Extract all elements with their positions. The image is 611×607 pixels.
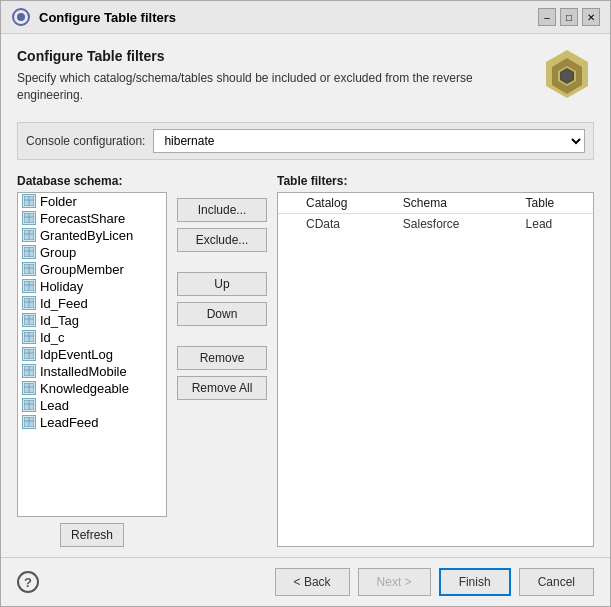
db-schema-label: Database schema: (17, 174, 167, 188)
footer-left: ? (17, 571, 39, 593)
footer: ? < Back Next > Finish Cancel (1, 557, 610, 606)
filters-table: Catalog Schema Table CData Salesforce Le… (278, 193, 593, 234)
list-item-label: Lead (40, 398, 69, 413)
filters-header-row: Catalog Schema Table (278, 193, 593, 214)
col-table: Table (518, 193, 593, 214)
logo (540, 48, 594, 105)
list-item[interactable]: LeadFeed (18, 414, 166, 431)
list-item[interactable]: Folder (18, 193, 166, 210)
main-panels: Database schema: Folder ForecastShare (17, 174, 594, 547)
row-schema: Salesforce (395, 213, 518, 234)
remove-all-button[interactable]: Remove All (177, 376, 267, 400)
list-item[interactable]: Group (18, 244, 166, 261)
list-item[interactable]: Lead (18, 397, 166, 414)
maximize-button[interactable]: □ (560, 8, 578, 26)
table-icon (22, 330, 36, 344)
table-icon (22, 194, 36, 208)
table-filters-box[interactable]: Catalog Schema Table CData Salesforce Le… (277, 192, 594, 547)
include-button[interactable]: Include... (177, 198, 267, 222)
list-item[interactable]: GrantedByLicen (18, 227, 166, 244)
list-item[interactable]: Knowledgeable (18, 380, 166, 397)
list-item-label: Group (40, 245, 76, 260)
list-item[interactable]: ForecastShare (18, 210, 166, 227)
list-item[interactable]: Id_Feed (18, 295, 166, 312)
list-item[interactable]: Id_Tag (18, 312, 166, 329)
left-panel: Database schema: Folder ForecastShare (17, 174, 167, 547)
next-button[interactable]: Next > (358, 568, 431, 596)
table-row[interactable]: CData Salesforce Lead (278, 213, 593, 234)
middle-buttons: Include... Exclude... Up Down Remove Rem… (177, 174, 267, 547)
back-button[interactable]: < Back (275, 568, 350, 596)
list-item-label: Knowledgeable (40, 381, 129, 396)
footer-right: < Back Next > Finish Cancel (275, 568, 594, 596)
svg-point-1 (17, 13, 25, 21)
console-select-wrapper[interactable]: hibernate (153, 129, 585, 153)
close-button[interactable]: ✕ (582, 8, 600, 26)
app-icon (11, 7, 31, 27)
row-catalog: CData (298, 213, 395, 234)
refresh-button[interactable]: Refresh (60, 523, 124, 547)
table-icon (22, 228, 36, 242)
list-item[interactable]: InstalledMobile (18, 363, 166, 380)
page-description: Specify which catalog/schema/tables shou… (17, 70, 530, 104)
table-icon (22, 211, 36, 225)
table-icon (22, 262, 36, 276)
col-catalog: Catalog (298, 193, 395, 214)
right-panel: Table filters: Catalog Schema Table (277, 174, 594, 547)
console-label: Console configuration: (26, 134, 145, 148)
table-icon (22, 245, 36, 259)
minimize-button[interactable]: – (538, 8, 556, 26)
list-item-label: InstalledMobile (40, 364, 127, 379)
help-button[interactable]: ? (17, 571, 39, 593)
table-icon (22, 398, 36, 412)
list-item-label: Id_Tag (40, 313, 79, 328)
list-item-label: Holiday (40, 279, 83, 294)
list-item-label: GrantedByLicen (40, 228, 133, 243)
title-controls: – □ ✕ (538, 8, 600, 26)
list-item-label: Id_c (40, 330, 65, 345)
finish-button[interactable]: Finish (439, 568, 511, 596)
list-item-label: IdpEventLog (40, 347, 113, 362)
list-item[interactable]: IdpEventLog (18, 346, 166, 363)
row-excl (278, 213, 298, 234)
list-item-label: Id_Feed (40, 296, 88, 311)
title-bar: Configure Table filters – □ ✕ (1, 1, 610, 34)
dialog-title: Configure Table filters (39, 10, 176, 25)
down-button[interactable]: Down (177, 302, 267, 326)
schema-list[interactable]: Folder ForecastShare GrantedByLicen (17, 192, 167, 517)
table-icon (22, 279, 36, 293)
cancel-button[interactable]: Cancel (519, 568, 594, 596)
remove-button[interactable]: Remove (177, 346, 267, 370)
table-icon (22, 381, 36, 395)
table-icon (22, 296, 36, 310)
list-item[interactable]: GroupMember (18, 261, 166, 278)
table-icon (22, 415, 36, 429)
list-item-label: GroupMember (40, 262, 124, 277)
col-excl (278, 193, 298, 214)
table-icon (22, 364, 36, 378)
up-button[interactable]: Up (177, 272, 267, 296)
table-icon (22, 313, 36, 327)
list-item-label: LeadFeed (40, 415, 99, 430)
list-item[interactable]: Id_c (18, 329, 166, 346)
table-filters-label: Table filters: (277, 174, 594, 188)
col-schema: Schema (395, 193, 518, 214)
page-title: Configure Table filters (17, 48, 530, 64)
dialog-window: Configure Table filters – □ ✕ Configure … (0, 0, 611, 607)
list-item-label: Folder (40, 194, 77, 209)
console-config-row: Console configuration: hibernate (17, 122, 594, 160)
row-table: Lead (518, 213, 593, 234)
content-area: Configure Table filters Specify which ca… (1, 34, 610, 557)
console-select[interactable]: hibernate (153, 129, 585, 153)
list-item[interactable]: Holiday (18, 278, 166, 295)
refresh-row: Refresh (17, 523, 167, 547)
list-item-label: ForecastShare (40, 211, 125, 226)
table-icon (22, 347, 36, 361)
exclude-button[interactable]: Exclude... (177, 228, 267, 252)
